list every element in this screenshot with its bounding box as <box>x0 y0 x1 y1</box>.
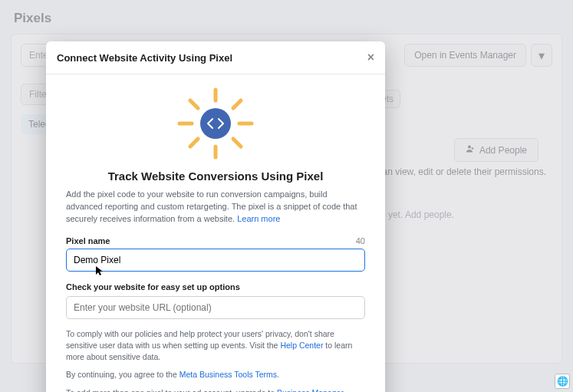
svg-line-8 <box>233 139 241 147</box>
policy-upgrade-text: To add more than one pixel to your ad ac… <box>66 387 365 392</box>
modal-description: Add the pixel code to your website to ru… <box>66 189 365 226</box>
modal-title: Track Website Conversions Using Pixel <box>66 170 365 183</box>
pixel-name-counter: 40 <box>356 236 365 245</box>
policy-terms-text: By continuing, you agree to the Meta Bus… <box>66 369 365 380</box>
svg-line-6 <box>233 100 241 108</box>
pixel-hero-illustration <box>66 79 365 170</box>
learn-more-link[interactable]: Learn more <box>237 214 280 223</box>
website-url-input[interactable] <box>66 296 365 319</box>
connect-pixel-modal: Connect Website Activity Using Pixel × <box>46 41 385 392</box>
close-icon[interactable]: × <box>367 51 374 64</box>
policy-privacy-text: To comply with our policies and help pro… <box>66 328 365 364</box>
pixel-name-label: Pixel name <box>66 236 110 245</box>
meta-terms-link[interactable]: Meta Business Tools Terms <box>179 370 277 379</box>
pixel-name-input[interactable] <box>66 249 365 272</box>
svg-line-5 <box>190 100 198 108</box>
svg-point-9 <box>200 108 231 139</box>
check-website-label: Check your website for easy set up optio… <box>66 282 365 292</box>
globe-icon: 🌐 <box>555 374 570 389</box>
modal-header-title: Connect Website Activity Using Pixel <box>57 52 232 64</box>
help-center-link[interactable]: Help Center <box>280 341 323 350</box>
business-manager-link[interactable]: Business Manager <box>277 388 343 392</box>
svg-line-7 <box>190 139 198 147</box>
